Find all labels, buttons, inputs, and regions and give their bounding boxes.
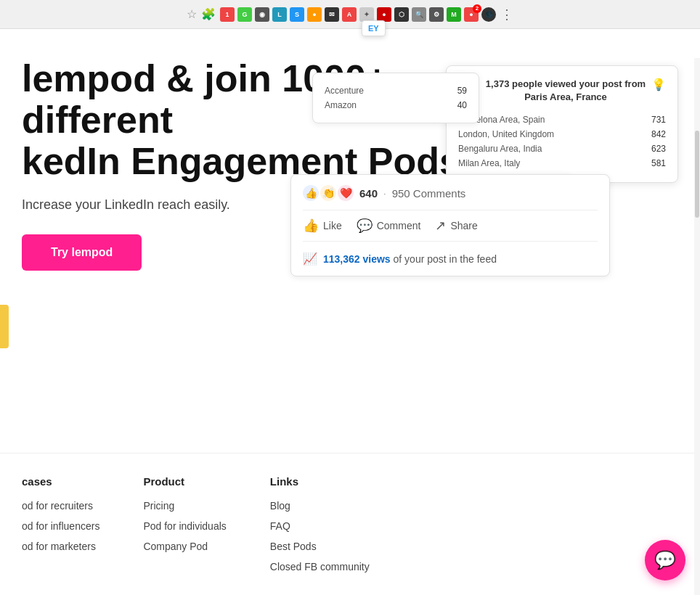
location-item: Barcelona Area, Spain 731	[458, 112, 666, 127]
accent-bar	[0, 305, 9, 348]
footer-col-product: Product Pricing Pod for individuals Comp…	[143, 475, 226, 580]
use-case-link-recruiters[interactable]: od for recruiters	[22, 500, 93, 512]
try-lempod-button[interactable]: Try lempod	[22, 234, 142, 271]
ext-icon-7[interactable]: A	[342, 7, 357, 22]
ext-icon-3[interactable]: ◉	[255, 7, 269, 22]
footer-grid: cases od for recruiters od for influence…	[22, 475, 678, 580]
star-icon[interactable]: ☆	[187, 7, 197, 21]
comment-button[interactable]: 💬 Comment	[357, 218, 421, 234]
puzzle-icon[interactable]: 🧩	[201, 7, 216, 21]
list-item: Pod for individuals	[143, 520, 226, 533]
main-content: lempod & join 1000+ different kedIn Enga…	[0, 29, 700, 595]
share-icon: ↗	[435, 218, 446, 234]
extensions-row: 1 G ◉ L S ● ✉ A ✦ ● ⬡ 🔍 ⚙ M ● 2 🌑	[220, 7, 496, 22]
product-link-pricing[interactable]: Pricing	[143, 500, 174, 512]
company-list: Accenture 59 Amazon 40	[325, 83, 467, 112]
like-icon: 👍	[303, 218, 319, 234]
list-item: od for influencers	[22, 520, 99, 533]
product-list: Pricing Pod for individuals Company Pod	[143, 499, 226, 553]
link-blog[interactable]: Blog	[270, 500, 290, 512]
location-item: London, United Kingdom 842	[458, 127, 666, 141]
company-item: Amazon 40	[325, 98, 467, 112]
analytics-panel: 👤 1,373 people viewed your post from Par…	[446, 65, 678, 183]
analytics-title: 1,373 people viewed your post from Paris…	[480, 78, 651, 104]
ext-icon-13[interactable]: M	[447, 7, 461, 22]
link-faq[interactable]: FAQ	[270, 520, 290, 532]
action-buttons: 👍 Like 💬 Comment ↗ Share	[303, 210, 598, 242]
product-link-individuals[interactable]: Pod for individuals	[143, 520, 226, 532]
three-dots-icon[interactable]: ⋮	[500, 7, 513, 22]
list-item: Pricing	[143, 499, 226, 512]
clap-reaction: 👏	[320, 185, 336, 201]
scroll-thumb[interactable]	[695, 131, 699, 218]
use-cases-heading: cases	[22, 475, 99, 488]
ext-icon-6[interactable]: ✉	[325, 7, 339, 22]
links-list: Blog FAQ Best Pods Closed FB community	[270, 499, 370, 573]
list-item: Best Pods	[270, 540, 370, 553]
links-heading: Links	[270, 475, 370, 488]
ext-icon-5[interactable]: ●	[307, 7, 322, 22]
ext-icon-12[interactable]: ⚙	[429, 7, 444, 22]
bulb-icon: 💡	[651, 78, 666, 91]
ey-popup: EY	[362, 20, 386, 36]
link-best-pods[interactable]: Best Pods	[270, 541, 317, 552]
list-item: Closed FB community	[270, 560, 370, 573]
chat-button[interactable]: 💬	[645, 540, 685, 580]
location-item: Milan Area, Italy 581	[458, 156, 666, 171]
location-item: Bengaluru Area, India 623	[458, 141, 666, 156]
views-row: 📈 113,362 views of your post in the feed	[303, 249, 598, 266]
list-item: Company Pod	[143, 540, 226, 553]
views-text: 113,362 views of your post in the feed	[323, 253, 497, 265]
link-fb-community[interactable]: Closed FB community	[270, 561, 370, 573]
engagement-stats: 👍 👏 ❤️ 640 · 950 Comments	[303, 185, 598, 201]
footer-col-use-cases: cases od for recruiters od for influence…	[22, 475, 99, 580]
thumbs-up-reaction: 👍	[303, 185, 319, 201]
scrollbar[interactable]	[694, 58, 700, 595]
share-button[interactable]: ↗ Share	[435, 218, 477, 234]
list-item: Blog	[270, 499, 370, 512]
list-item: od for recruiters	[22, 499, 99, 512]
post-engagement-panel: 👍 👏 ❤️ 640 · 950 Comments 👍 Like 💬 Comme…	[290, 174, 610, 276]
ext-icon-2[interactable]: G	[237, 7, 252, 22]
reactions-count: 640	[359, 187, 378, 200]
company-item: Accenture 59	[325, 83, 467, 98]
ey-extension[interactable]: S	[290, 7, 304, 22]
company-panel: Accenture 59 Amazon 40	[312, 73, 479, 123]
like-button[interactable]: 👍 Like	[303, 218, 342, 234]
product-link-company[interactable]: Company Pod	[143, 541, 208, 552]
ext-icon-4[interactable]: L	[272, 7, 287, 22]
list-item: od for marketers	[22, 540, 99, 553]
ext-icon-9[interactable]: ●	[377, 7, 391, 22]
separator: ·	[383, 188, 386, 199]
love-reaction: ❤️	[338, 185, 354, 201]
list-item: FAQ	[270, 520, 370, 533]
share-label: Share	[450, 220, 477, 231]
browser-chrome: ☆ 🧩 1 G ◉ L S ● ✉ A ✦ ● ⬡ 🔍 ⚙ M ● 2 🌑 ⋮	[0, 0, 700, 29]
ext-icon-1[interactable]: 1	[220, 7, 235, 22]
ext-icon-8[interactable]: ✦	[359, 7, 374, 22]
comments-count: 950 Comments	[392, 187, 466, 200]
like-label: Like	[323, 220, 342, 231]
use-cases-list: od for recruiters od for influencers od …	[22, 499, 99, 553]
comment-label: Comment	[377, 220, 421, 231]
trending-icon: 📈	[303, 252, 317, 266]
reaction-icons: 👍 👏 ❤️	[303, 185, 354, 201]
ext-icon-10[interactable]: ⬡	[394, 7, 409, 22]
chat-icon: 💬	[654, 550, 676, 570]
footer-col-links: Links Blog FAQ Best Pods Closed FB commu…	[270, 475, 370, 580]
use-case-link-influencers[interactable]: od for influencers	[22, 520, 99, 532]
comment-icon: 💬	[357, 218, 373, 234]
ext-icon-11[interactable]: 🔍	[412, 7, 426, 22]
use-case-link-marketers[interactable]: od for marketers	[22, 541, 96, 552]
ext-icon-15[interactable]: 🌑	[481, 7, 496, 22]
product-heading: Product	[143, 475, 226, 488]
location-list: Barcelona Area, Spain 731 London, United…	[458, 112, 666, 171]
ext-icon-14[interactable]: ● 2	[464, 7, 479, 22]
footer-section: cases od for recruiters od for influence…	[0, 453, 700, 595]
